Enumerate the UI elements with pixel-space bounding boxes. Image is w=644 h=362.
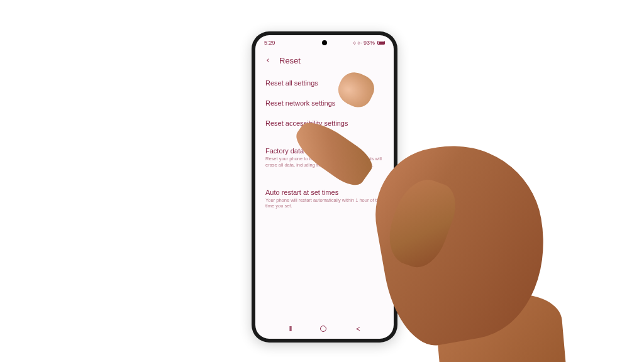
menu-item-desc: Your phone will restart automatically wi… [265, 197, 384, 210]
menu-item-title: Auto restart at set times [265, 189, 384, 196]
menu-list: Reset all settings Reset network setting… [255, 70, 394, 218]
nav-recents-button[interactable]: III [289, 325, 291, 332]
phone-frame: 5:29 ⟐ ⟐· 93% Reset Reset all settings R… [252, 31, 397, 343]
nav-back-button[interactable]: < [356, 325, 360, 332]
phone-screen: 5:29 ⟐ ⟐· 93% Reset Reset all settings R… [255, 35, 394, 339]
status-time: 5:29 [264, 40, 275, 46]
menu-item-factory-reset[interactable]: Factory data reset Reset your phone to i… [255, 141, 394, 175]
page-title: Reset [279, 56, 301, 65]
status-right: ⟐ ⟐· 93% [353, 40, 385, 46]
nav-home-button[interactable] [320, 326, 326, 332]
chevron-left-icon [265, 57, 271, 63]
menu-item-desc: Reset your phone to its factory default … [265, 156, 384, 168]
menu-item-title: Reset network settings [265, 99, 384, 107]
menu-item-title: Reset accessibility settings [265, 119, 384, 127]
navigation-bar: III < [255, 319, 394, 339]
status-battery-percent: 93% [364, 40, 375, 46]
back-button[interactable] [263, 55, 273, 65]
status-indicators: ⟐ ⟐· [353, 40, 362, 46]
menu-item-reset-all[interactable]: Reset all settings [255, 73, 394, 93]
menu-item-title: Factory data reset [265, 147, 384, 155]
header: Reset [255, 50, 394, 70]
menu-item-reset-network[interactable]: Reset network settings [255, 93, 394, 113]
menu-item-auto-restart[interactable]: Auto restart at set times Your phone wil… [255, 182, 394, 216]
battery-icon [377, 41, 385, 45]
camera-hole [322, 40, 327, 45]
menu-item-title: Reset all settings [265, 79, 384, 87]
menu-item-reset-accessibility[interactable]: Reset accessibility settings [255, 113, 394, 133]
